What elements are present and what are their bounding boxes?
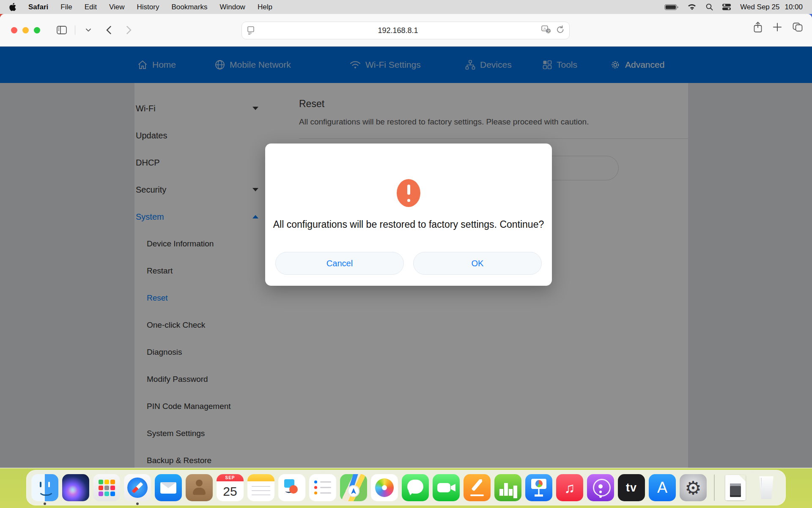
ok-button[interactable]: OK xyxy=(413,252,542,275)
url-text[interactable]: 192.168.8.1 xyxy=(255,26,541,35)
menu-item-view[interactable]: View xyxy=(109,3,125,11)
menubar-clock[interactable]: Wed Sep 25 10:00 xyxy=(740,3,803,11)
dock-reminders[interactable] xyxy=(309,474,336,501)
dock-siri[interactable] xyxy=(62,474,89,501)
dock-maps[interactable] xyxy=(340,474,367,501)
dock-divider xyxy=(714,475,715,501)
dock-messages[interactable] xyxy=(402,474,429,501)
dock-safari[interactable] xyxy=(124,474,151,501)
keynote-icon xyxy=(525,474,552,501)
trash-icon xyxy=(753,474,780,501)
menu-item-edit[interactable]: Edit xyxy=(85,3,97,11)
dialog-message: All configurations will be restored to f… xyxy=(265,219,552,230)
app-store-icon: A xyxy=(649,474,676,501)
forward-button[interactable] xyxy=(122,24,136,36)
dock-trash[interactable] xyxy=(753,474,780,501)
running-indicator xyxy=(136,502,139,505)
translate-icon[interactable]: A文 xyxy=(541,25,551,36)
facetime-icon xyxy=(433,474,460,501)
dock-music[interactable]: ♫ xyxy=(556,474,583,501)
control-center-icon[interactable] xyxy=(722,4,731,10)
dock-numbers[interactable] xyxy=(494,474,521,501)
warning-exclamation-icon xyxy=(397,179,420,207)
cancel-button[interactable]: Cancel xyxy=(275,252,404,275)
calendar-icon: SEP 25 xyxy=(217,474,244,501)
battery-icon[interactable] xyxy=(664,4,678,10)
contacts-icon xyxy=(186,474,213,501)
dock-system-settings[interactable]: ⚙ xyxy=(680,474,707,501)
address-bar[interactable]: 192.168.8.1 A文 xyxy=(241,22,570,39)
dock-calendar[interactable]: SEP 25 xyxy=(217,474,244,501)
macos-menu-bar: Safari File Edit View History Bookmarks … xyxy=(0,0,812,14)
reload-icon[interactable] xyxy=(557,25,564,36)
running-indicator xyxy=(44,502,46,505)
page-format-icon[interactable] xyxy=(247,26,255,35)
podcasts-icon xyxy=(587,474,614,501)
dock-facetime[interactable] xyxy=(433,474,460,501)
spotlight-search-icon[interactable] xyxy=(706,3,713,11)
sidebar-chevron-down-icon[interactable] xyxy=(81,24,96,36)
reset-confirm-dialog: All configurations will be restored to f… xyxy=(265,144,552,286)
dock-notes[interactable] xyxy=(247,474,274,501)
dock-apple-tv[interactable]: tv xyxy=(618,474,645,501)
wifi-status-icon[interactable] xyxy=(688,4,697,11)
menu-app-name[interactable]: Safari xyxy=(28,3,48,11)
toolbar-divider xyxy=(75,25,75,35)
macos-dock: SEP 25 ♫ tv A ⚙ xyxy=(26,470,786,505)
finder-icon xyxy=(31,474,58,501)
dock-podcasts[interactable] xyxy=(587,474,614,501)
apple-tv-icon: tv xyxy=(618,474,645,501)
pages-icon xyxy=(464,474,491,501)
safari-icon xyxy=(124,474,151,501)
menubar-date: Wed Sep 25 xyxy=(740,3,779,11)
dock-disk-image-document[interactable] xyxy=(722,474,749,501)
dock-launchpad[interactable] xyxy=(93,474,120,501)
svg-text:A: A xyxy=(543,27,546,31)
dock-finder[interactable] xyxy=(31,474,58,501)
numbers-icon xyxy=(494,474,521,501)
svg-text:文: 文 xyxy=(547,29,551,33)
dock-keynote[interactable] xyxy=(525,474,552,501)
dock-freeform[interactable] xyxy=(278,474,305,501)
dock-photos[interactable] xyxy=(371,474,398,501)
window-controls xyxy=(11,27,40,33)
menubar-time: 10:00 xyxy=(785,3,803,11)
system-settings-gear-icon: ⚙ xyxy=(680,474,707,501)
launchpad-icon xyxy=(93,474,120,501)
minimize-window-button[interactable] xyxy=(22,27,29,33)
siri-icon xyxy=(62,474,89,501)
mail-icon xyxy=(155,474,182,501)
dock-contacts[interactable] xyxy=(186,474,213,501)
disk-image-document-icon xyxy=(722,474,749,501)
safari-toolbar: 192.168.8.1 A文 xyxy=(0,14,812,47)
zoom-window-button[interactable] xyxy=(34,27,40,33)
menu-item-window[interactable]: Window xyxy=(219,3,245,11)
messages-icon xyxy=(402,474,429,501)
back-button[interactable] xyxy=(102,24,116,36)
maps-icon xyxy=(340,474,367,501)
dock-app-store[interactable]: A xyxy=(649,474,676,501)
menu-item-history[interactable]: History xyxy=(137,3,159,11)
sidebar-toggle-icon[interactable] xyxy=(55,24,69,36)
tab-overview-icon[interactable] xyxy=(793,22,803,33)
menu-item-bookmarks[interactable]: Bookmarks xyxy=(171,3,207,11)
share-icon[interactable] xyxy=(754,22,762,34)
freeform-icon xyxy=(278,474,305,501)
notes-icon xyxy=(247,474,274,501)
router-admin-page: Home Mobile Network Wi-Fi Settings Devic… xyxy=(0,47,812,468)
dock-pages[interactable] xyxy=(464,474,491,501)
apple-logo-icon[interactable] xyxy=(9,3,16,11)
new-tab-icon[interactable] xyxy=(773,23,782,33)
music-icon: ♫ xyxy=(556,474,583,501)
menu-item-file[interactable]: File xyxy=(60,3,72,11)
menu-item-help[interactable]: Help xyxy=(258,3,272,11)
photos-icon xyxy=(371,474,398,501)
reminders-icon xyxy=(309,474,336,501)
dock-mail[interactable] xyxy=(155,474,182,501)
safari-window: 192.168.8.1 A文 xyxy=(0,14,812,468)
close-window-button[interactable] xyxy=(11,27,17,33)
